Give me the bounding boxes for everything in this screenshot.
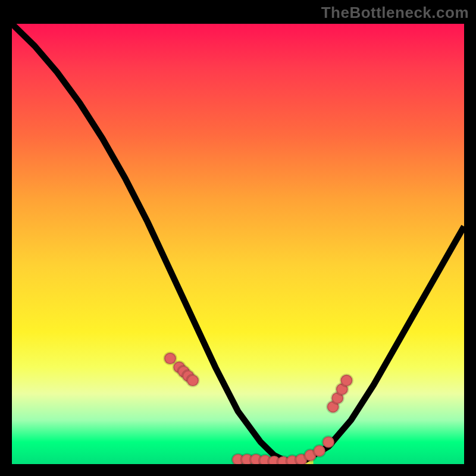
chart-svg: [12, 24, 464, 464]
watermark-text: TheBottleneck.com: [321, 4, 469, 22]
dots-group: [164, 353, 352, 464]
bottleneck-curve: [12, 24, 464, 462]
highlight-dot: [322, 436, 334, 447]
chart-frame: TheBottleneck.com: [0, 0, 476, 476]
highlight-dot: [341, 375, 353, 386]
plot-area: [12, 24, 464, 464]
highlight-dot: [187, 375, 199, 386]
